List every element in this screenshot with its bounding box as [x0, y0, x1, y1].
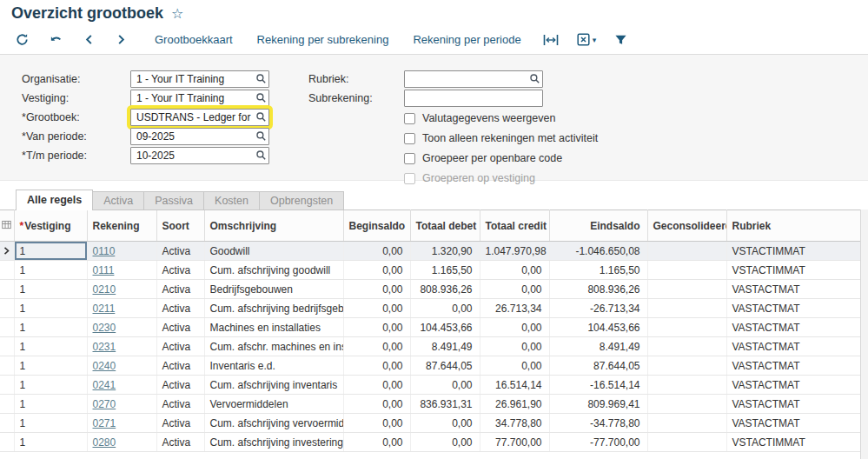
excel-dropdown-caret-icon[interactable]: ▾: [593, 36, 597, 44]
column-header-beginsaldo[interactable]: Beginsaldo: [343, 210, 410, 242]
cell-beginsaldo[interactable]: 0,00: [343, 261, 410, 280]
cell-rubriek[interactable]: VASTACTMAT: [726, 337, 860, 356]
cell-debet[interactable]: 87.644,05: [410, 356, 480, 376]
cell-rubriek[interactable]: VSTACTIMMAT: [726, 242, 860, 261]
cell-vestiging[interactable]: 1: [14, 376, 87, 395]
table-row[interactable]: 1 0270 Activa Vervoermiddelen 0,00 836.9…: [0, 395, 860, 414]
cell-debet[interactable]: 836.931,31: [410, 395, 480, 414]
cell-geconsolideerd[interactable]: [647, 242, 726, 261]
cell-vestiging[interactable]: 1: [14, 280, 87, 299]
cell-vestiging[interactable]: 1: [14, 318, 87, 337]
cell-rubriek[interactable]: VASTACTMAT: [726, 356, 860, 376]
cell-geconsolideerd[interactable]: [647, 318, 726, 337]
filter-icon[interactable]: [614, 34, 627, 46]
cell-omschrijving[interactable]: Cum. afschr. machines en inst...: [204, 337, 343, 356]
organisatie-lookup-icon[interactable]: [255, 73, 267, 87]
cell-omschrijving[interactable]: Cum. afschrijving vervoermidd...: [204, 414, 343, 433]
cell-soort[interactable]: Activa: [156, 242, 204, 261]
rekening-link[interactable]: 0230: [93, 322, 116, 334]
cell-omschrijving[interactable]: Cum. afschrijving investeringen: [204, 433, 343, 452]
fit-width-icon[interactable]: [543, 34, 559, 46]
cell-rubriek[interactable]: VASTACTMAT: [726, 414, 860, 433]
tab-activa[interactable]: Activa: [93, 191, 144, 210]
checkbox-groepeer-openbare-code[interactable]: Groepeer per openbare code: [404, 152, 598, 164]
rekening-link[interactable]: 0110: [93, 245, 116, 257]
table-row[interactable]: 1 0231 Activa Cum. afschr. machines en i…: [0, 337, 860, 356]
cell-beginsaldo[interactable]: 0,00: [343, 337, 410, 356]
cell-vestiging[interactable]: 1: [14, 242, 87, 261]
grootboek-lookup-icon[interactable]: [255, 111, 267, 125]
cell-soort[interactable]: Activa: [156, 395, 204, 414]
cell-omschrijving[interactable]: Cum. afschrijving goodwill: [204, 261, 343, 280]
cell-credit[interactable]: 0,00: [480, 318, 549, 337]
rubriek-lookup-icon[interactable]: [529, 73, 540, 87]
cell-credit[interactable]: 26.961,90: [480, 395, 549, 414]
checkbox-icon[interactable]: [404, 153, 415, 164]
cell-rubriek[interactable]: VASTACTMAT: [726, 299, 860, 318]
cell-credit[interactable]: 16.514,14: [480, 376, 549, 395]
cell-vestiging[interactable]: 1: [14, 414, 87, 433]
previous-icon[interactable]: [83, 33, 95, 46]
column-config-icon[interactable]: [0, 210, 14, 242]
cell-omschrijving[interactable]: Goodwill: [204, 242, 343, 261]
rekening-link[interactable]: 0111: [93, 264, 115, 276]
cell-eindsaldo[interactable]: -77.700,00: [549, 433, 647, 452]
rubriek-input[interactable]: [404, 70, 543, 88]
tm-periode-input[interactable]: [130, 147, 269, 164]
cell-beginsaldo[interactable]: 0,00: [343, 395, 410, 414]
cell-vestiging[interactable]: 1: [14, 261, 87, 280]
cell-debet[interactable]: 0,00: [410, 376, 480, 395]
table-row[interactable]: 1 0271 Activa Cum. afschrijving vervoerm…: [0, 414, 860, 433]
cell-eindsaldo[interactable]: 1.165,50: [549, 261, 647, 280]
cell-omschrijving[interactable]: Vervoermiddelen: [204, 395, 343, 414]
cell-credit[interactable]: 26.713,34: [480, 299, 549, 318]
cell-eindsaldo[interactable]: -16.514,14: [549, 376, 647, 395]
cell-credit[interactable]: 0,00: [480, 337, 549, 356]
checkbox-toon-alleen-activiteit[interactable]: Toon alleen rekeningen met activiteit: [404, 132, 598, 144]
column-header-geconsolideerd[interactable]: Geconsolideerd: [647, 210, 726, 242]
cell-beginsaldo[interactable]: 0,00: [343, 280, 410, 299]
cell-debet[interactable]: 104.453,66: [410, 318, 480, 337]
cell-debet[interactable]: 1.165,50: [410, 261, 480, 280]
cell-omschrijving[interactable]: Machines en installaties: [204, 318, 343, 337]
rekening-link[interactable]: 0280: [93, 436, 116, 449]
table-row[interactable]: 1 0111 Activa Cum. afschrijving goodwill…: [0, 261, 860, 280]
cell-rubriek[interactable]: VSTACTIMMAT: [726, 433, 860, 452]
cell-credit[interactable]: 0,00: [480, 261, 549, 280]
table-row[interactable]: 1 0280 Activa Cum. afschrijving invester…: [0, 433, 860, 452]
cell-debet[interactable]: 1.320,90: [410, 242, 480, 261]
cell-rubriek[interactable]: VASTACTMAT: [726, 395, 860, 414]
cell-credit[interactable]: 34.778,80: [480, 414, 549, 433]
cell-eindsaldo[interactable]: 808.936,26: [549, 280, 647, 299]
cell-soort[interactable]: Activa: [156, 337, 204, 356]
cell-eindsaldo[interactable]: -34.778,80: [549, 414, 647, 433]
tab-opbrengsten[interactable]: Opbrengsten: [260, 191, 344, 210]
cell-soort[interactable]: Activa: [156, 414, 204, 433]
cell-beginsaldo[interactable]: 0,00: [343, 242, 410, 261]
favorite-star-icon[interactable]: ☆: [171, 7, 183, 21]
cell-eindsaldo[interactable]: -26.713,34: [549, 299, 647, 318]
undo-icon[interactable]: [50, 33, 63, 46]
cell-soort[interactable]: Activa: [156, 261, 204, 280]
cell-beginsaldo[interactable]: 0,00: [343, 433, 410, 452]
rekening-per-subrekening-link[interactable]: Rekening per subrekening: [257, 33, 389, 46]
refresh-icon[interactable]: [16, 33, 29, 46]
cell-geconsolideerd[interactable]: [647, 414, 726, 433]
grootboek-input[interactable]: [130, 109, 269, 126]
table-row[interactable]: 1 0230 Activa Machines en installaties 0…: [0, 318, 860, 337]
vestiging-input[interactable]: [130, 90, 269, 107]
cell-debet[interactable]: 0,00: [410, 414, 480, 433]
cell-soort[interactable]: Activa: [156, 280, 204, 299]
column-header-omschrijving[interactable]: Omschrijving: [204, 210, 343, 242]
column-header-totaal-debet[interactable]: Totaal debet: [410, 210, 480, 242]
table-row[interactable]: 1 0241 Activa Cum. afschrijving inventar…: [0, 376, 860, 395]
cell-geconsolideerd[interactable]: [647, 376, 726, 395]
cell-beginsaldo[interactable]: 0,00: [343, 299, 410, 318]
cell-rubriek[interactable]: VASTACTMAT: [726, 376, 860, 395]
tab-passiva[interactable]: Passiva: [144, 191, 204, 210]
rekening-link[interactable]: 0240: [93, 360, 116, 372]
organisatie-input[interactable]: [130, 70, 269, 88]
cell-soort[interactable]: Activa: [156, 299, 204, 318]
next-icon[interactable]: [116, 33, 127, 46]
cell-beginsaldo[interactable]: 0,00: [343, 318, 410, 337]
